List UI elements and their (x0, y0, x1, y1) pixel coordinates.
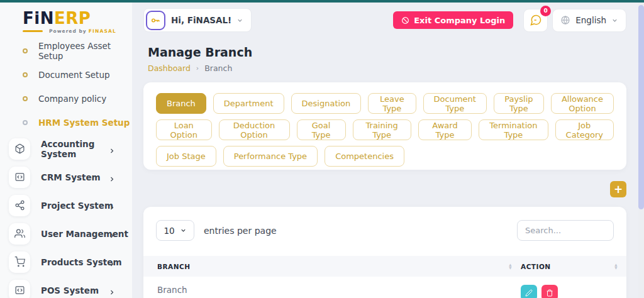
edit-button[interactable] (521, 285, 537, 298)
sidebar-item-employees-asset-setup[interactable]: Employees Asset Setup (0, 39, 132, 63)
chevron-right-icon (108, 174, 116, 185)
column-header-action[interactable]: ACTION ▲▼ (521, 263, 626, 270)
tab-job-category[interactable]: Job Category (555, 119, 614, 140)
page-size-select[interactable]: 10 (156, 220, 194, 241)
tab-row: Loan Option Deduction Option Goal Type T… (156, 119, 614, 140)
sidebar-item-label: Project System (41, 201, 113, 211)
sidebar-item-pos-system[interactable]: POS System (0, 276, 132, 298)
breadcrumb: Dashboard › Branch (148, 63, 626, 73)
chevron-down-icon (180, 227, 187, 234)
chevron-right-icon (108, 202, 116, 214)
column-header-branch[interactable]: BRANCH ▲▼ (143, 263, 521, 270)
circle-bullet-icon (23, 72, 28, 77)
sort-icon[interactable]: ▲▼ (614, 263, 618, 269)
column-label: ACTION (521, 263, 551, 270)
powered-brand: FINASAL (89, 28, 116, 34)
language-menu[interactable]: English (552, 9, 626, 32)
tab-performance-type[interactable]: Performance Type (223, 146, 318, 167)
sort-icon[interactable]: ▲▼ (509, 263, 512, 269)
tab-leave-type[interactable]: Leave Type (368, 93, 416, 114)
branch-table-card: 10 entries per page BRANCH ▲▼ ACTION ▲▼ … (143, 207, 626, 298)
tab-loan-option[interactable]: Loan Option (156, 119, 212, 140)
page-size-value: 10 (164, 226, 174, 236)
scrollbar[interactable] (638, 3, 644, 298)
tab-department[interactable]: Department (213, 93, 284, 114)
sidebar-item-crm-system[interactable]: CRM System (0, 163, 132, 191)
circle-bullet-icon (23, 48, 28, 53)
sidebar: FiNERP Powered byFINASAL Employees Asset… (0, 3, 132, 298)
action-cell (521, 285, 626, 298)
chat-icon (530, 14, 542, 26)
entries-per-page-label: entries per page (204, 226, 277, 236)
powered-label: Powered by (49, 28, 87, 34)
sidebar-item-label: HRM System Setup (38, 118, 130, 128)
sidebar-item-label: Document Setup (38, 70, 110, 80)
tab-termination-type[interactable]: Termination Type (479, 119, 548, 140)
breadcrumb-separator: › (196, 64, 199, 72)
tab-row: Job Stage Performance Type Competencies (156, 146, 614, 167)
tab-competencies[interactable]: Competencies (325, 146, 404, 167)
pencil-icon (525, 289, 533, 297)
logo-fin: FiN (23, 9, 54, 28)
tab-designation[interactable]: Designation (291, 93, 362, 114)
add-branch-button[interactable]: + (610, 181, 626, 197)
tab-payslip-type[interactable]: Payslip Type (494, 93, 544, 114)
language-label: English (575, 15, 606, 25)
tab-goal-type[interactable]: Goal Type (297, 119, 346, 140)
user-menu[interactable]: Hi, FiNASAL! (143, 8, 252, 32)
globe-icon (560, 15, 570, 25)
table-header: BRANCH ▲▼ ACTION ▲▼ (143, 256, 626, 277)
top-navbar: Hi, FiNASAL! Exit Company Login 0 Englis… (143, 5, 626, 35)
finerp-logo[interactable]: FiNERP Powered byFINASAL (0, 3, 132, 38)
sidebar-item-project-system[interactable]: Project System (0, 191, 132, 219)
sidebar-item-label: POS System (41, 285, 99, 295)
cart-icon (9, 251, 30, 273)
powered-by: Powered byFINASAL (23, 28, 132, 34)
sidebar-item-label: Accounting System (41, 139, 132, 159)
chat-button[interactable]: 0 (523, 9, 548, 32)
logo-text: FiNERP (23, 9, 132, 28)
tab-row: Branch Department Designation Leave Type… (156, 93, 614, 114)
chevron-right-icon (108, 230, 116, 242)
users-icon (9, 223, 30, 245)
tab-document-type[interactable]: Document Type (423, 93, 487, 114)
tab-allowance-option[interactable]: Allowance Option (551, 93, 614, 114)
sidebar-item-user-management[interactable]: User Management (0, 219, 132, 248)
sidebar-item-products-system[interactable]: Products System (0, 248, 132, 276)
tab-award-type[interactable]: Award Type (418, 119, 472, 140)
ban-icon (401, 16, 409, 25)
breadcrumb-dashboard[interactable]: Dashboard (148, 63, 191, 73)
app-window-icon (9, 167, 30, 188)
delete-button[interactable] (541, 285, 558, 298)
search-input[interactable] (517, 220, 614, 241)
logo-erp: ERP (54, 9, 91, 28)
sidebar-item-hrm-system-setup[interactable]: HRM System Setup (0, 111, 132, 135)
greeting-label: Hi, FiNASAL! (171, 15, 231, 25)
exit-company-login-button[interactable]: Exit Company Login (393, 11, 513, 29)
plus-icon: + (614, 183, 623, 196)
notification-badge: 0 (540, 6, 551, 16)
tab-job-stage[interactable]: Job Stage (156, 146, 216, 167)
trash-icon (546, 289, 553, 297)
table-row: Branch (143, 277, 626, 298)
sidebar-item-accounting-system[interactable]: Accounting System (0, 135, 132, 163)
scrollbar-thumb[interactable] (638, 5, 644, 209)
page-title: Manage Branch (148, 45, 626, 59)
chevron-down-icon (236, 14, 243, 26)
app-window-icon (9, 280, 30, 298)
avatar (146, 11, 165, 30)
share-icon (9, 195, 30, 216)
tab-training-type[interactable]: Training Type (353, 119, 411, 140)
tab-branch[interactable]: Branch (156, 93, 206, 114)
branch-cell: Branch (143, 285, 521, 295)
sidebar-item-label: Company policy (38, 94, 106, 104)
sidebar-item-company-policy[interactable]: Company policy (0, 87, 132, 111)
tab-deduction-option[interactable]: Deduction Option (219, 119, 290, 140)
sidebar-nav: Employees Asset Setup Document Setup Com… (0, 39, 132, 298)
circle-bullet-icon (23, 120, 28, 125)
sidebar-item-label: Employees Asset Setup (38, 41, 132, 61)
top-accent-bar (0, 0, 644, 3)
main-content: Hi, FiNASAL! Exit Company Login 0 Englis… (132, 3, 644, 298)
circle-bullet-icon (23, 96, 28, 101)
sidebar-item-document-setup[interactable]: Document Setup (0, 63, 132, 87)
